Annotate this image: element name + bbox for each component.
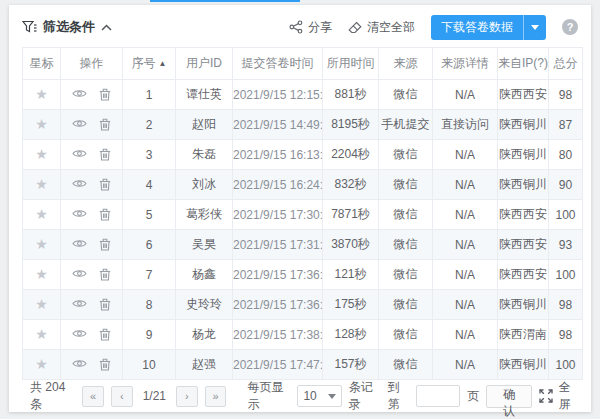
column-header-4: 提交答卷时间 bbox=[233, 48, 323, 80]
view-eye-icon[interactable] bbox=[72, 298, 87, 311]
delete-trash-icon[interactable] bbox=[99, 298, 111, 311]
table-row: ★7杨鑫2021/9/15 17:36:03121秒微信N/A陕西西安100 bbox=[23, 260, 583, 290]
cell-ip: 陕西渭南 bbox=[498, 320, 549, 350]
star-cell: ★ bbox=[23, 80, 61, 110]
delete-trash-icon[interactable] bbox=[99, 208, 111, 221]
cell-source_detail: N/A bbox=[433, 260, 498, 290]
view-eye-icon[interactable] bbox=[72, 88, 87, 101]
column-header-8: 来自IP(?) bbox=[498, 48, 549, 80]
answers-table: 星标操作序号▲用户ID提交答卷时间所用时间来源来源详情来自IP(?)总分 ★1谭… bbox=[22, 47, 578, 380]
star-icon[interactable]: ★ bbox=[35, 266, 48, 282]
view-eye-icon[interactable] bbox=[72, 328, 87, 341]
delete-trash-icon[interactable] bbox=[99, 178, 111, 191]
cell-source_detail: N/A bbox=[433, 290, 498, 320]
prev-page-button[interactable]: ‹ bbox=[111, 386, 133, 407]
star-icon[interactable]: ★ bbox=[35, 86, 48, 102]
filter-conditions-toggle[interactable]: 筛选条件 bbox=[22, 18, 112, 36]
clear-all-label: 清空全部 bbox=[367, 19, 415, 36]
share-button[interactable]: 分享 bbox=[289, 19, 332, 36]
cell-duration: 3870秒 bbox=[323, 230, 379, 260]
collapse-chevron-icon[interactable] bbox=[101, 24, 112, 31]
star-icon[interactable]: ★ bbox=[35, 146, 48, 162]
goto-page-input[interactable] bbox=[416, 385, 460, 407]
star-icon[interactable]: ★ bbox=[35, 296, 48, 312]
star-cell: ★ bbox=[23, 320, 61, 350]
cell-ip: 陕西铜川 bbox=[498, 110, 549, 140]
star-icon[interactable]: ★ bbox=[35, 176, 48, 192]
column-header-label: 来源 bbox=[394, 56, 418, 70]
cell-source_detail: N/A bbox=[433, 320, 498, 350]
view-eye-icon[interactable] bbox=[72, 118, 87, 131]
column-header-label: 总分 bbox=[554, 56, 578, 70]
cell-time: 2021/9/15 17:31:53 bbox=[233, 230, 323, 260]
table-row: ★6吴昊2021/9/15 17:31:533870秒微信N/A陕西西安93 bbox=[23, 230, 583, 260]
cell-source_detail: N/A bbox=[433, 140, 498, 170]
cell-user: 赵强 bbox=[176, 350, 233, 380]
view-eye-icon[interactable] bbox=[72, 148, 87, 161]
delete-trash-icon[interactable] bbox=[99, 118, 111, 131]
cell-source: 微信 bbox=[379, 350, 433, 380]
per-page-select[interactable]: 10 bbox=[297, 385, 341, 407]
delete-trash-icon[interactable] bbox=[99, 238, 111, 251]
operations-cell bbox=[61, 290, 123, 320]
next-page-button[interactable]: › bbox=[176, 386, 198, 407]
cell-ip: 陕西西安 bbox=[498, 80, 549, 110]
cell-duration: 128秒 bbox=[323, 320, 379, 350]
table-row: ★1谭仕英2021/9/15 12:15:10881秒微信N/A陕西西安98 bbox=[23, 80, 583, 110]
operations-cell bbox=[61, 230, 123, 260]
cell-source: 微信 bbox=[379, 200, 433, 230]
toolbar-actions: 分享 清空全部 下载答卷数据 ? bbox=[289, 15, 578, 40]
help-icon[interactable]: ? bbox=[562, 19, 578, 35]
cell-user: 杨龙 bbox=[176, 320, 233, 350]
cell-score: 100 bbox=[549, 260, 583, 290]
cell-source_detail: N/A bbox=[433, 350, 498, 380]
star-icon[interactable]: ★ bbox=[35, 326, 48, 342]
cell-user: 史玲玲 bbox=[176, 290, 233, 320]
star-icon[interactable]: ★ bbox=[35, 236, 48, 252]
delete-trash-icon[interactable] bbox=[99, 268, 111, 281]
cell-score: 80 bbox=[549, 140, 583, 170]
first-page-button[interactable]: « bbox=[82, 386, 104, 407]
cell-source: 微信 bbox=[379, 260, 433, 290]
star-icon[interactable]: ★ bbox=[35, 206, 48, 222]
delete-trash-icon[interactable] bbox=[99, 148, 111, 161]
view-eye-icon[interactable] bbox=[72, 208, 87, 221]
column-header-5: 所用时间 bbox=[323, 48, 379, 80]
view-eye-icon[interactable] bbox=[72, 358, 87, 371]
star-icon[interactable]: ★ bbox=[35, 116, 48, 132]
page-unit-label: 页 bbox=[467, 388, 479, 405]
confirm-button[interactable]: 确认 bbox=[486, 385, 531, 408]
view-eye-icon[interactable] bbox=[72, 268, 87, 281]
operations-cell bbox=[61, 170, 123, 200]
sort-asc-icon[interactable]: ▲ bbox=[159, 59, 167, 68]
cell-source: 微信 bbox=[379, 80, 433, 110]
last-page-button[interactable]: » bbox=[205, 386, 227, 407]
table-row: ★4刘冰2021/9/15 16:24:35832秒微信N/A陕西铜川90 bbox=[23, 170, 583, 200]
pagination-bar: 共 204 条 « ‹ 1/21 › » 每页显示 10 条记录 到第 页 确认 bbox=[9, 380, 591, 412]
star-cell: ★ bbox=[23, 230, 61, 260]
delete-trash-icon[interactable] bbox=[99, 88, 111, 101]
clear-all-button[interactable]: 清空全部 bbox=[348, 19, 415, 36]
answer-data-panel: 筛选条件 分享 bbox=[9, 5, 591, 412]
table-row: ★9杨龙2021/9/15 17:38:17128秒微信N/A陕西渭南98 bbox=[23, 320, 583, 350]
cell-source: 微信 bbox=[379, 140, 433, 170]
filter-conditions-label: 筛选条件 bbox=[43, 18, 95, 36]
cell-user: 杨鑫 bbox=[176, 260, 233, 290]
delete-trash-icon[interactable] bbox=[99, 358, 111, 371]
download-dropdown-toggle[interactable] bbox=[523, 15, 546, 40]
star-icon[interactable]: ★ bbox=[35, 356, 48, 372]
view-eye-icon[interactable] bbox=[72, 238, 87, 251]
column-header-label: 来源详情 bbox=[441, 56, 489, 70]
download-answers-button[interactable]: 下载答卷数据 bbox=[431, 15, 546, 40]
view-eye-icon[interactable] bbox=[72, 178, 87, 191]
table-row: ★5葛彩侠2021/9/15 17:30:377871秒微信N/A陕西西安100 bbox=[23, 200, 583, 230]
column-header-2[interactable]: 序号▲ bbox=[123, 48, 176, 80]
cell-score: 90 bbox=[549, 170, 583, 200]
delete-trash-icon[interactable] bbox=[99, 328, 111, 341]
cell-score: 93 bbox=[549, 230, 583, 260]
cell-num: 6 bbox=[123, 230, 176, 260]
fullscreen-button[interactable]: 全屏 bbox=[539, 379, 578, 413]
share-label: 分享 bbox=[308, 19, 332, 36]
cell-ip: 陕西西安 bbox=[498, 230, 549, 260]
cell-user: 谭仕英 bbox=[176, 80, 233, 110]
